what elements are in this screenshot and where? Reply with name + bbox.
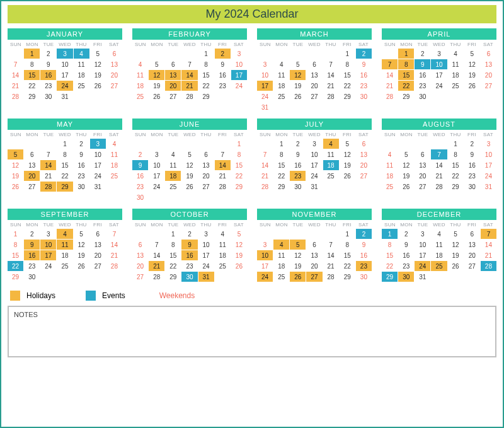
day-cell[interactable]: 23: [132, 182, 148, 192]
day-cell[interactable]: 13: [415, 160, 430, 170]
day-cell[interactable]: 2: [356, 49, 372, 59]
day-cell[interactable]: 20: [24, 171, 40, 181]
day-cell[interactable]: 10: [90, 149, 106, 159]
day-cell[interactable]: 4: [57, 229, 72, 239]
day-cell[interactable]: 28: [106, 261, 122, 271]
day-cell[interactable]: 28: [215, 182, 231, 192]
day-cell[interactable]: 4: [382, 149, 398, 159]
day-cell[interactable]: 16: [132, 171, 148, 181]
day-cell[interactable]: 28: [382, 91, 398, 101]
day-cell[interactable]: 27: [90, 261, 106, 271]
day-cell[interactable]: 16: [415, 70, 430, 80]
day-cell[interactable]: 7: [382, 59, 398, 69]
day-cell[interactable]: 14: [40, 160, 56, 170]
day-cell[interactable]: 18: [431, 250, 447, 260]
day-cell[interactable]: 1: [340, 229, 355, 239]
day-cell[interactable]: 3: [306, 139, 322, 149]
day-cell[interactable]: 25: [448, 81, 464, 91]
day-cell[interactable]: 2: [181, 229, 197, 239]
day-cell[interactable]: 19: [181, 171, 197, 181]
day-cell[interactable]: 1: [382, 229, 398, 239]
day-cell[interactable]: 3: [431, 49, 447, 59]
day-cell[interactable]: 4: [132, 59, 148, 69]
day-cell[interactable]: 14: [106, 240, 122, 250]
day-cell[interactable]: 18: [132, 81, 148, 91]
day-cell[interactable]: 9: [356, 240, 372, 250]
day-cell[interactable]: 1: [448, 139, 464, 149]
day-cell[interactable]: 17: [481, 160, 496, 170]
day-cell[interactable]: 11: [323, 149, 339, 159]
day-cell[interactable]: 19: [464, 70, 480, 80]
day-cell[interactable]: 29: [340, 91, 355, 101]
day-cell[interactable]: 25: [165, 182, 181, 192]
day-cell[interactable]: 10: [231, 59, 247, 69]
day-cell[interactable]: 8: [398, 59, 414, 69]
day-cell[interactable]: 24: [306, 171, 322, 181]
day-cell[interactable]: 7: [8, 59, 23, 69]
day-cell[interactable]: 23: [356, 261, 372, 271]
day-cell[interactable]: 24: [257, 272, 273, 282]
day-cell[interactable]: 15: [340, 250, 355, 260]
day-cell[interactable]: 29: [273, 182, 289, 192]
day-cell[interactable]: 21: [257, 171, 273, 181]
day-cell[interactable]: 7: [106, 229, 122, 239]
day-cell[interactable]: 23: [40, 81, 56, 91]
day-cell[interactable]: 5: [340, 139, 355, 149]
day-cell[interactable]: 14: [181, 70, 197, 80]
day-cell[interactable]: 29: [24, 91, 40, 101]
day-cell[interactable]: 19: [398, 171, 414, 181]
day-cell[interactable]: 3: [149, 149, 164, 159]
day-cell[interactable]: 13: [481, 59, 496, 69]
day-cell[interactable]: 26: [290, 91, 306, 101]
day-cell[interactable]: 9: [215, 59, 231, 69]
day-cell[interactable]: 8: [24, 59, 40, 69]
day-cell[interactable]: 16: [398, 250, 414, 260]
day-cell[interactable]: 21: [215, 171, 231, 181]
day-cell[interactable]: 19: [149, 81, 164, 91]
day-cell[interactable]: 1: [165, 229, 181, 239]
day-cell[interactable]: 26: [398, 182, 414, 192]
day-cell[interactable]: 1: [198, 49, 214, 59]
day-cell[interactable]: 3: [231, 49, 247, 59]
day-cell[interactable]: 23: [290, 171, 306, 181]
day-cell[interactable]: 31: [481, 182, 496, 192]
day-cell[interactable]: 12: [181, 160, 197, 170]
day-cell[interactable]: 20: [306, 261, 322, 271]
day-cell[interactable]: 10: [198, 240, 214, 250]
day-cell[interactable]: 20: [464, 250, 480, 260]
day-cell[interactable]: 17: [57, 70, 72, 80]
day-cell[interactable]: 25: [132, 91, 148, 101]
day-cell[interactable]: 16: [215, 70, 231, 80]
day-cell[interactable]: 24: [415, 261, 430, 271]
day-cell[interactable]: 30: [415, 91, 430, 101]
day-cell[interactable]: 10: [431, 59, 447, 69]
day-cell[interactable]: 28: [40, 182, 56, 192]
day-cell[interactable]: 3: [90, 139, 106, 149]
day-cell[interactable]: 27: [306, 272, 322, 282]
day-cell[interactable]: 6: [306, 240, 322, 250]
day-cell[interactable]: 27: [198, 182, 214, 192]
day-cell[interactable]: 27: [481, 81, 496, 91]
day-cell[interactable]: 13: [132, 250, 148, 260]
day-cell[interactable]: 6: [356, 139, 372, 149]
day-cell[interactable]: 6: [306, 59, 322, 69]
day-cell[interactable]: 5: [8, 149, 23, 159]
day-cell[interactable]: 27: [24, 182, 40, 192]
day-cell[interactable]: 14: [323, 250, 339, 260]
day-cell[interactable]: 17: [90, 160, 106, 170]
day-cell[interactable]: 6: [165, 59, 181, 69]
day-cell[interactable]: 10: [306, 149, 322, 159]
day-cell[interactable]: 24: [57, 81, 72, 91]
day-cell[interactable]: 2: [74, 139, 89, 149]
day-cell[interactable]: 10: [257, 250, 273, 260]
day-cell[interactable]: 18: [323, 160, 339, 170]
day-cell[interactable]: 16: [356, 70, 372, 80]
day-cell[interactable]: 6: [415, 149, 430, 159]
day-cell[interactable]: 22: [398, 81, 414, 91]
day-cell[interactable]: 19: [74, 250, 89, 260]
day-cell[interactable]: 22: [273, 171, 289, 181]
day-cell[interactable]: 6: [464, 229, 480, 239]
day-cell[interactable]: 15: [24, 70, 40, 80]
day-cell[interactable]: 16: [464, 160, 480, 170]
day-cell[interactable]: 20: [415, 171, 430, 181]
